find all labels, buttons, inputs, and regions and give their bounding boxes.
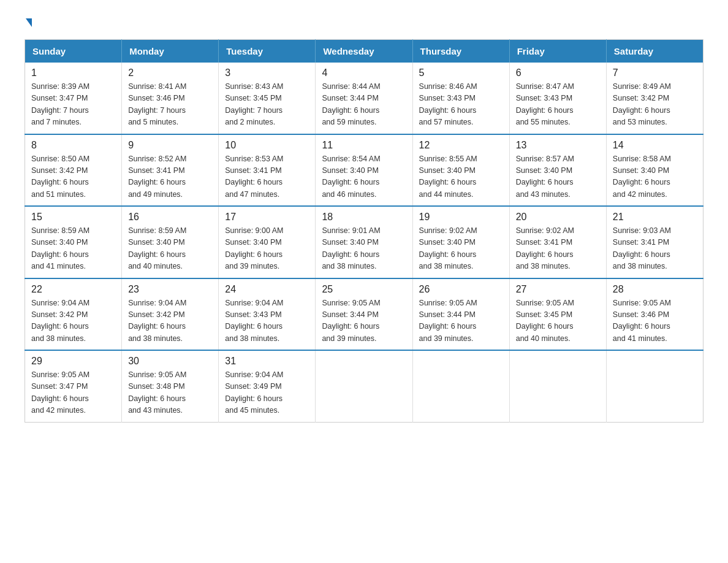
calendar-cell: 6 Sunrise: 8:47 AMSunset: 3:43 PMDayligh… <box>509 63 606 134</box>
day-number: 17 <box>225 212 309 223</box>
day-info: Sunrise: 9:05 AMSunset: 3:45 PMDaylight:… <box>516 297 600 345</box>
calendar-cell: 4 Sunrise: 8:44 AMSunset: 3:44 PMDayligh… <box>316 63 412 134</box>
day-info: Sunrise: 8:44 AMSunset: 3:44 PMDaylight:… <box>322 81 406 129</box>
day-info: Sunrise: 8:57 AMSunset: 3:40 PMDaylight:… <box>516 153 600 201</box>
day-number: 24 <box>225 284 309 295</box>
column-header-wednesday: Wednesday <box>316 40 412 63</box>
calendar-cell: 24 Sunrise: 9:04 AMSunset: 3:43 PMDaylig… <box>219 278 316 351</box>
day-info: Sunrise: 8:54 AMSunset: 3:40 PMDaylight:… <box>322 153 406 201</box>
day-number: 31 <box>225 356 309 367</box>
calendar-cell: 2 Sunrise: 8:41 AMSunset: 3:46 PMDayligh… <box>122 63 219 134</box>
calendar-cell: 29 Sunrise: 9:05 AMSunset: 3:47 PMDaylig… <box>25 350 122 422</box>
day-info: Sunrise: 9:02 AMSunset: 3:41 PMDaylight:… <box>516 225 600 273</box>
day-info: Sunrise: 9:04 AMSunset: 3:42 PMDaylight:… <box>128 297 212 345</box>
column-header-sunday: Sunday <box>25 40 122 63</box>
calendar-cell: 16 Sunrise: 8:59 AMSunset: 3:40 PMDaylig… <box>122 206 219 278</box>
calendar-cell: 3 Sunrise: 8:43 AMSunset: 3:45 PMDayligh… <box>219 63 316 134</box>
day-number: 19 <box>419 212 503 223</box>
calendar-cell: 26 Sunrise: 9:05 AMSunset: 3:44 PMDaylig… <box>412 278 509 351</box>
column-header-tuesday: Tuesday <box>219 40 316 63</box>
day-number: 10 <box>225 140 309 151</box>
logo <box>25 18 32 27</box>
calendar-cell: 13 Sunrise: 8:57 AMSunset: 3:40 PMDaylig… <box>509 134 606 207</box>
day-number: 12 <box>419 140 503 151</box>
calendar-cell: 8 Sunrise: 8:50 AMSunset: 3:42 PMDayligh… <box>25 134 122 207</box>
day-info: Sunrise: 9:05 AMSunset: 3:44 PMDaylight:… <box>419 297 503 345</box>
day-info: Sunrise: 9:00 AMSunset: 3:40 PMDaylight:… <box>225 225 309 273</box>
day-number: 5 <box>419 67 503 79</box>
calendar-cell: 22 Sunrise: 9:04 AMSunset: 3:42 PMDaylig… <box>25 278 122 351</box>
calendar-cell: 30 Sunrise: 9:05 AMSunset: 3:48 PMDaylig… <box>122 350 219 422</box>
day-info: Sunrise: 9:04 AMSunset: 3:49 PMDaylight:… <box>225 369 309 417</box>
day-number: 6 <box>516 67 600 79</box>
day-info: Sunrise: 8:55 AMSunset: 3:40 PMDaylight:… <box>419 153 503 201</box>
day-number: 8 <box>31 140 115 151</box>
day-info: Sunrise: 9:02 AMSunset: 3:40 PMDaylight:… <box>419 225 503 273</box>
calendar-week-row: 1 Sunrise: 8:39 AMSunset: 3:47 PMDayligh… <box>25 63 703 134</box>
day-number: 27 <box>516 284 600 295</box>
calendar-cell: 10 Sunrise: 8:53 AMSunset: 3:41 PMDaylig… <box>219 134 316 207</box>
calendar-cell <box>316 350 412 422</box>
day-info: Sunrise: 8:52 AMSunset: 3:41 PMDaylight:… <box>128 153 212 201</box>
day-number: 20 <box>516 212 600 223</box>
day-info: Sunrise: 8:59 AMSunset: 3:40 PMDaylight:… <box>31 225 115 273</box>
calendar-cell: 23 Sunrise: 9:04 AMSunset: 3:42 PMDaylig… <box>122 278 219 351</box>
calendar-header-row: SundayMondayTuesdayWednesdayThursdayFrid… <box>25 40 703 63</box>
calendar-week-row: 29 Sunrise: 9:05 AMSunset: 3:47 PMDaylig… <box>25 350 703 422</box>
calendar-cell: 7 Sunrise: 8:49 AMSunset: 3:42 PMDayligh… <box>606 63 703 134</box>
column-header-thursday: Thursday <box>412 40 509 63</box>
day-info: Sunrise: 8:50 AMSunset: 3:42 PMDaylight:… <box>31 153 115 201</box>
column-header-friday: Friday <box>509 40 606 63</box>
day-number: 30 <box>128 356 212 367</box>
column-header-monday: Monday <box>122 40 219 63</box>
day-number: 7 <box>613 67 697 79</box>
day-number: 26 <box>419 284 503 295</box>
calendar-cell: 15 Sunrise: 8:59 AMSunset: 3:40 PMDaylig… <box>25 206 122 278</box>
day-info: Sunrise: 8:59 AMSunset: 3:40 PMDaylight:… <box>128 225 212 273</box>
calendar-cell: 25 Sunrise: 9:05 AMSunset: 3:44 PMDaylig… <box>316 278 412 351</box>
calendar-cell: 21 Sunrise: 9:03 AMSunset: 3:41 PMDaylig… <box>606 206 703 278</box>
day-info: Sunrise: 9:03 AMSunset: 3:41 PMDaylight:… <box>613 225 697 273</box>
day-number: 29 <box>31 356 115 367</box>
column-header-saturday: Saturday <box>606 40 703 63</box>
page-header <box>25 18 703 27</box>
day-info: Sunrise: 8:49 AMSunset: 3:42 PMDaylight:… <box>613 81 697 129</box>
calendar-cell: 1 Sunrise: 8:39 AMSunset: 3:47 PMDayligh… <box>25 63 122 134</box>
day-number: 3 <box>225 67 309 79</box>
day-number: 4 <box>322 67 406 79</box>
calendar-cell: 31 Sunrise: 9:04 AMSunset: 3:49 PMDaylig… <box>219 350 316 422</box>
calendar-cell: 17 Sunrise: 9:00 AMSunset: 3:40 PMDaylig… <box>219 206 316 278</box>
day-info: Sunrise: 8:58 AMSunset: 3:40 PMDaylight:… <box>613 153 697 201</box>
day-number: 16 <box>128 212 212 223</box>
day-info: Sunrise: 8:43 AMSunset: 3:45 PMDaylight:… <box>225 81 309 129</box>
day-number: 15 <box>31 212 115 223</box>
calendar-cell: 18 Sunrise: 9:01 AMSunset: 3:40 PMDaylig… <box>316 206 412 278</box>
day-number: 22 <box>31 284 115 295</box>
day-info: Sunrise: 9:05 AMSunset: 3:48 PMDaylight:… <box>128 369 212 417</box>
day-info: Sunrise: 9:04 AMSunset: 3:43 PMDaylight:… <box>225 297 309 345</box>
day-number: 28 <box>613 284 697 295</box>
calendar-cell: 5 Sunrise: 8:46 AMSunset: 3:43 PMDayligh… <box>412 63 509 134</box>
day-info: Sunrise: 9:01 AMSunset: 3:40 PMDaylight:… <box>322 225 406 273</box>
day-number: 21 <box>613 212 697 223</box>
day-info: Sunrise: 8:53 AMSunset: 3:41 PMDaylight:… <box>225 153 309 201</box>
day-number: 25 <box>322 284 406 295</box>
calendar-cell: 28 Sunrise: 9:05 AMSunset: 3:46 PMDaylig… <box>606 278 703 351</box>
logo-arrow-icon <box>26 18 32 27</box>
day-number: 18 <box>322 212 406 223</box>
calendar-cell <box>509 350 606 422</box>
day-number: 2 <box>128 67 212 79</box>
day-info: Sunrise: 9:05 AMSunset: 3:46 PMDaylight:… <box>613 297 697 345</box>
day-number: 13 <box>516 140 600 151</box>
calendar-cell: 27 Sunrise: 9:05 AMSunset: 3:45 PMDaylig… <box>509 278 606 351</box>
day-info: Sunrise: 8:47 AMSunset: 3:43 PMDaylight:… <box>516 81 600 129</box>
day-info: Sunrise: 8:41 AMSunset: 3:46 PMDaylight:… <box>128 81 212 129</box>
calendar-week-row: 15 Sunrise: 8:59 AMSunset: 3:40 PMDaylig… <box>25 206 703 278</box>
calendar-cell: 14 Sunrise: 8:58 AMSunset: 3:40 PMDaylig… <box>606 134 703 207</box>
calendar-cell: 9 Sunrise: 8:52 AMSunset: 3:41 PMDayligh… <box>122 134 219 207</box>
day-info: Sunrise: 8:39 AMSunset: 3:47 PMDaylight:… <box>31 81 115 129</box>
calendar-cell: 20 Sunrise: 9:02 AMSunset: 3:41 PMDaylig… <box>509 206 606 278</box>
calendar-cell: 12 Sunrise: 8:55 AMSunset: 3:40 PMDaylig… <box>412 134 509 207</box>
calendar-week-row: 22 Sunrise: 9:04 AMSunset: 3:42 PMDaylig… <box>25 278 703 351</box>
calendar-cell <box>412 350 509 422</box>
